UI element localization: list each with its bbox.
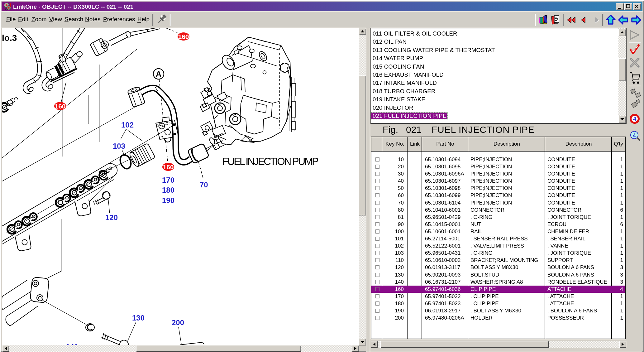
- svg-text:102: 102: [121, 121, 134, 129]
- svg-text:160: 160: [163, 163, 174, 171]
- svg-text:70: 70: [200, 181, 208, 189]
- svg-text:170: 170: [162, 176, 174, 184]
- svg-text:200: 200: [172, 318, 184, 327]
- svg-text:4: 4: [633, 133, 636, 138]
- svg-text:140: 140: [66, 343, 78, 345]
- svg-text:4: 4: [633, 116, 637, 122]
- svg-text:103: 103: [113, 142, 125, 150]
- svg-text:160: 160: [55, 103, 65, 110]
- svg-text:130: 130: [132, 314, 145, 322]
- svg-text:A: A: [156, 70, 161, 78]
- svg-text:lo.3: lo.3: [2, 33, 17, 43]
- svg-text:180: 180: [162, 186, 174, 194]
- svg-text:190: 190: [162, 196, 174, 205]
- svg-text:120: 120: [105, 213, 118, 222]
- svg-text:160: 160: [178, 33, 189, 40]
- svg-text:FUEL INJECTION PUMP: FUEL INJECTION PUMP: [222, 156, 319, 167]
